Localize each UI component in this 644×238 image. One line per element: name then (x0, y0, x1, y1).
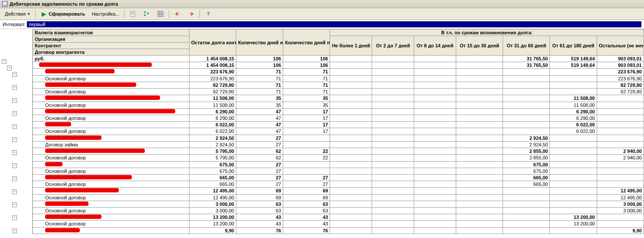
tool-icon-3[interactable] (154, 9, 167, 19)
cell-s3 (414, 122, 456, 128)
hdr-contract: Договор контрагента (33, 49, 190, 56)
tool-icon-1[interactable] (126, 9, 139, 19)
cell-s1 (330, 56, 372, 62)
cell-bal: 6 290,00 (189, 108, 236, 115)
tool-icon-5[interactable] (185, 9, 198, 19)
redacted-text (45, 162, 62, 166)
cell-s6 (550, 135, 597, 141)
cell-d1: 47 (236, 115, 283, 121)
expand-toggle[interactable]: − (12, 124, 17, 129)
expand-toggle[interactable]: − (12, 85, 17, 90)
cell-s1 (330, 168, 372, 174)
cell-bal: 2 924,50 (189, 135, 236, 141)
expand-toggle[interactable]: − (2, 59, 7, 64)
cell-s2 (372, 122, 414, 128)
hdr-s6: От 61 до 180 дней (550, 36, 597, 56)
expand-toggle[interactable]: − (12, 111, 17, 116)
cell-s5: 2 924,50 (503, 141, 550, 148)
cell-bal: 82 729,80 (189, 82, 236, 88)
table-row[interactable]: 9,9076769,90 (33, 227, 644, 234)
hdr-group: В т.ч. по срокам возникновения долга: (330, 30, 644, 36)
cell-s5: 31 765,50 (503, 62, 550, 69)
expand-toggle[interactable]: − (12, 137, 17, 142)
cell-s2 (372, 102, 414, 108)
help-button[interactable]: ? (202, 9, 215, 19)
table-row[interactable]: Основной договор82 729,80717182 729,80 (33, 89, 644, 95)
table-row[interactable]: Основной договор675,0027675,00 (33, 168, 644, 174)
tree-row: − (0, 84, 32, 91)
table-row[interactable]: Основной договор12 495,00696912 495,00 (33, 194, 644, 201)
cell-s3 (414, 155, 456, 161)
table-row[interactable]: руб.1 454 008,1510610631 765,50519 149,6… (33, 56, 644, 62)
cell-s3 (414, 194, 456, 201)
table-row[interactable]: Основной договор223 676,907171223 676,90 (33, 75, 644, 82)
cell-s5 (503, 75, 550, 82)
table-row[interactable]: Основной договор6 290,0047176 290,00 (33, 115, 644, 121)
expand-toggle[interactable]: − (7, 66, 12, 70)
table-row[interactable]: 6 022,0047176 022,00 (33, 122, 644, 128)
form-button[interactable]: ▶ Сформировать (37, 9, 88, 19)
table-row[interactable]: 223 676,907171223 676,90 (33, 69, 644, 75)
separator (199, 10, 200, 18)
tree-row: − (0, 215, 32, 221)
table-row[interactable]: Основной договор11 508,00353511 508,00 (33, 102, 644, 108)
cell-s2 (372, 56, 414, 62)
report-table: Валюта взаиморасчетов Остаток долга конт… (33, 29, 644, 234)
actions-button[interactable]: Действия ▼ (2, 10, 33, 18)
table-row[interactable]: 12 495,00696912 495,00 (33, 188, 644, 194)
cell-s3 (414, 201, 456, 207)
expand-toggle[interactable]: − (12, 150, 17, 155)
table-row[interactable]: Основной договор13 200,00434313 200,00 (33, 221, 644, 227)
cell-bal: 1 454 008,15 (189, 62, 236, 69)
table-row[interactable]: 13 200,00434313 200,00 (33, 214, 644, 221)
cell-s3 (414, 128, 456, 135)
table-row[interactable]: 82 729,80717182 729,80 (33, 82, 644, 88)
table-row[interactable]: 1 454 008,1510610631 765,50519 149,64903… (33, 62, 644, 69)
cell-s7 (597, 122, 644, 128)
cell-s2 (372, 181, 414, 188)
table-row[interactable]: 6 290,0047176 290,00 (33, 108, 644, 115)
expand-toggle[interactable]: − (12, 98, 17, 103)
cell-s1 (330, 102, 372, 108)
expand-toggle[interactable]: − (12, 163, 17, 168)
expand-toggle[interactable]: − (12, 176, 17, 181)
cell-s7 (597, 161, 644, 168)
page-icon (129, 10, 136, 17)
expand-toggle[interactable]: − (12, 228, 17, 233)
table-row[interactable]: Основной договор3 000,0063633 000,00 (33, 208, 644, 214)
tool-icon-4[interactable] (171, 9, 184, 19)
cell-d2: 17 (283, 122, 330, 128)
redacted-text (45, 228, 80, 232)
cell-d2: 106 (283, 62, 330, 69)
table-row[interactable]: 3 000,0063633 000,00 (33, 201, 644, 207)
table-row[interactable]: Договор займа2 924,50272 924,50 (33, 141, 644, 148)
expand-toggle[interactable]: − (12, 215, 17, 220)
settings-button[interactable]: Настройка... (89, 10, 122, 18)
table-row[interactable]: 675,0027675,00 (33, 161, 644, 168)
cell-s3 (414, 161, 456, 168)
tree-row: − (0, 228, 32, 234)
title-bar: Дебиторская задолженность по срокам долг… (0, 0, 644, 8)
cell-s1 (330, 89, 372, 95)
cell-s1 (330, 188, 372, 194)
table-row[interactable]: 11 508,00353511 508,00 (33, 95, 644, 102)
table-row[interactable]: 2 924,50272 924,50 (33, 135, 644, 141)
table-row[interactable]: Основной договор665,002727665,00 (33, 181, 644, 188)
table-row[interactable]: 5 795,0062222 855,002 940,00 (33, 148, 644, 155)
table-row[interactable]: 665,002727665,00 (33, 174, 644, 181)
table-row[interactable]: Основной договор6 022,0047176 022,00 (33, 128, 644, 135)
table-row[interactable]: Основной договор5 795,0062222 855,002 94… (33, 155, 644, 161)
tree-row: − (0, 149, 32, 156)
cell-s7: 223 676,90 (597, 69, 644, 75)
cell-d2: 69 (283, 194, 330, 201)
cell-s7: 12 495,00 (597, 188, 644, 194)
row-label: Основной договор (33, 115, 190, 121)
tool-icon-2[interactable] (140, 9, 153, 19)
cell-s7: 223 676,90 (597, 75, 644, 82)
tree-row: − (0, 175, 32, 182)
table-body: руб.1 454 008,1510610631 765,50519 149,6… (33, 56, 644, 234)
interval-value[interactable]: первый (27, 21, 641, 27)
expand-toggle[interactable]: − (12, 202, 17, 207)
expand-toggle[interactable]: − (12, 189, 17, 194)
expand-toggle[interactable]: − (12, 72, 17, 77)
